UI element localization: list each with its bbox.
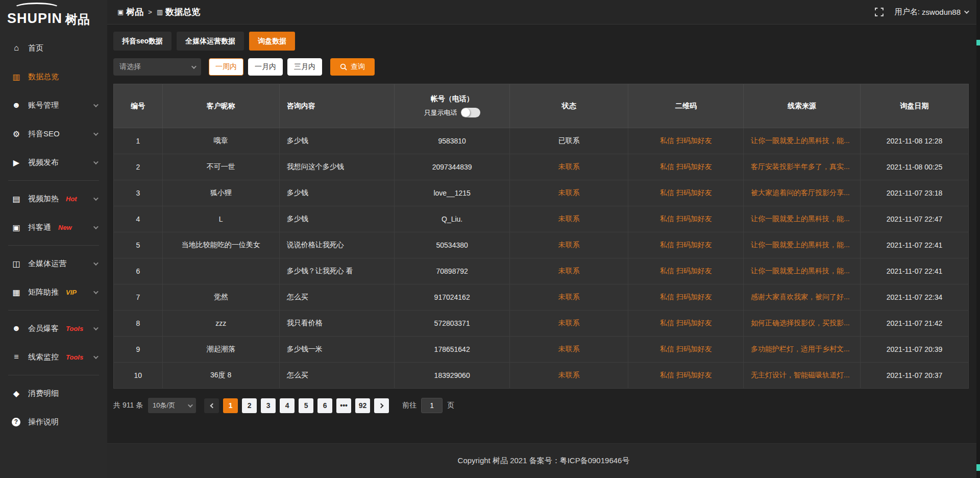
app-logo[interactable]: SHUPIN 树品 [0, 0, 107, 30]
cell-source-link[interactable]: 让你一眼就爱上的黑科技，能... [744, 206, 861, 232]
sidebar-item-label: 线索监控 [28, 352, 59, 362]
sidebar-item-label: 抖音SEO [28, 129, 60, 139]
cell-content: 多少钱 [279, 206, 395, 232]
cell-content: 怎么买 [279, 284, 395, 310]
goto-label: 前往 [402, 401, 416, 410]
col-header-qrcode: 二维码 [628, 84, 744, 128]
logo-arc-decoration [13, 3, 60, 14]
filter-select[interactable]: 请选择 [113, 58, 201, 76]
page-size-select[interactable]: 10条/页 [148, 398, 196, 413]
sidebar-item-douyin-seo[interactable]: ⚙抖音SEO [0, 119, 107, 148]
cell-source-link[interactable]: 多功能护栏灯，适用于乡村文... [744, 337, 861, 363]
page-button-1[interactable]: 1 [223, 398, 238, 413]
breadcrumb-item[interactable]: ▣树品 [117, 6, 143, 18]
page-ellipsis-button[interactable]: ••• [336, 398, 351, 413]
cell-qrcode-link[interactable]: 私信 扫码加好友 [628, 154, 744, 180]
breadcrumb-item[interactable]: ▥数据总览 [157, 6, 200, 18]
cell-source-link[interactable]: 被大家追着问的客厅投影分享... [744, 180, 861, 206]
cell-qrcode-link[interactable]: 私信 扫码加好友 [628, 180, 744, 206]
prev-page-button[interactable] [204, 398, 219, 413]
sidebar-item-help[interactable]: ?操作说明 [0, 408, 107, 436]
wallet-icon: ◆ [11, 389, 21, 398]
user-menu[interactable]: 用户名: zswodun88 [895, 7, 968, 17]
app-window: SHUPIN 树品 ⌂首页▥数据总览☻账号管理⚙抖音SEO▶视频发布▤视频加热H… [0, 0, 980, 478]
sidebar-item-omni-media[interactable]: ◫全媒体运营 [0, 249, 107, 278]
table-row: 1036度 8怎么买183929060未联系私信 扫码加好友无主灯设计，智能磁吸… [114, 363, 969, 389]
cell-id: 9 [114, 337, 163, 363]
page-button-3[interactable]: 3 [261, 398, 276, 413]
chevron-down-icon [964, 9, 969, 14]
tab-询盘数据[interactable]: 询盘数据 [249, 32, 295, 51]
table-row: 7觉然怎么买917024162未联系私信 扫码加好友感谢大家喜欢我家，被问了好.… [114, 284, 969, 310]
topbar-right: 用户名: zswodun88 [875, 7, 968, 17]
cell-source-link[interactable]: 无主灯设计，智能磁吸轨道灯... [744, 363, 861, 389]
scrollbar[interactable] [976, 0, 980, 478]
cell-qrcode-link[interactable]: 私信 扫码加好友 [628, 232, 744, 258]
sidebar-item-label: 账号管理 [28, 101, 59, 110]
sidebar-item-label: 全媒体运营 [28, 259, 66, 269]
cell-qrcode-link[interactable]: 私信 扫码加好友 [628, 337, 744, 363]
chevron-down-icon [93, 224, 99, 229]
range-button-一周内[interactable]: 一周内 [209, 58, 243, 76]
sidebar-item-data-overview[interactable]: ▥数据总览 [0, 62, 107, 91]
cell-nickname: 不可一世 [162, 154, 279, 180]
cell-qrcode-link[interactable]: 私信 扫码加好友 [628, 258, 744, 284]
cell-content: 我只看价格 [279, 310, 395, 337]
goto-page-input[interactable] [421, 398, 443, 413]
col-header-id: 编号 [114, 84, 163, 128]
breadcrumb: ▣树品>▥数据总览 [117, 6, 200, 18]
sidebar-item-account-manage[interactable]: ☻账号管理 [0, 91, 107, 119]
cell-date: 2021-11-07 22:41 [861, 258, 969, 284]
sidebar-item-label: 视频加热 [28, 194, 59, 204]
cell-account: 70898792 [395, 258, 510, 284]
pagination: 共 911 条 10条/页 123456•••92 前往 页 [113, 398, 969, 413]
col-header-nickname: 客户昵称 [162, 84, 279, 128]
cell-source-link[interactable]: 让你一眼就爱上的黑科技，能... [744, 258, 861, 284]
next-page-button[interactable] [374, 398, 389, 413]
cell-qrcode-link[interactable]: 私信 扫码加好友 [628, 363, 744, 389]
sidebar-item-video-heat[interactable]: ▤视频加热Hot [0, 184, 107, 213]
sidebar-item-video-publish[interactable]: ▶视频发布 [0, 148, 107, 177]
page-button-92[interactable]: 92 [355, 398, 370, 413]
cell-status: 未联系 [509, 258, 628, 284]
cell-source-link[interactable]: 让你一眼就爱上的黑科技，能... [744, 128, 861, 154]
cell-date: 2021-11-08 00:25 [861, 154, 969, 180]
phone-only-toggle[interactable] [461, 108, 480, 117]
cell-qrcode-link[interactable]: 私信 扫码加好友 [628, 128, 744, 154]
range-button-一月内[interactable]: 一月内 [248, 58, 283, 76]
fullscreen-icon[interactable] [875, 8, 884, 16]
toggle-knob [461, 108, 470, 117]
sidebar-item-member-baoke[interactable]: ☻会员爆客Tools [0, 314, 107, 343]
cell-source-link[interactable]: 让你一眼就爱上的黑科技，能... [744, 232, 861, 258]
cell-nickname [162, 258, 279, 284]
page-button-4[interactable]: 4 [280, 398, 295, 413]
sidebar-item-consumption-detail[interactable]: ◆消费明细 [0, 379, 107, 408]
window-icon: ▣ [117, 8, 124, 16]
cell-id: 6 [114, 258, 163, 284]
sidebar-divider [8, 180, 99, 181]
cell-nickname: 哦章 [162, 128, 279, 154]
cell-source-link[interactable]: 感谢大家喜欢我家，被问了好... [744, 284, 861, 310]
cell-source-link[interactable]: 如何正确选择投影仪，买投影... [744, 310, 861, 337]
sidebar-item-clue-monitor[interactable]: ≡线索监控Tools [0, 343, 107, 371]
cell-qrcode-link[interactable]: 私信 扫码加好友 [628, 206, 744, 232]
tab-全媒体运营数据[interactable]: 全媒体运营数据 [177, 32, 244, 51]
cell-status: 未联系 [509, 284, 628, 310]
cell-date: 2021-11-07 21:42 [861, 310, 969, 337]
sidebar-item-home[interactable]: ⌂首页 [0, 34, 107, 62]
page-button-2[interactable]: 2 [242, 398, 257, 413]
page-button-5[interactable]: 5 [299, 398, 313, 413]
chevron-left-icon [210, 403, 215, 408]
sidebar-item-matrix-boost[interactable]: ▦矩阵助推VIP [0, 278, 107, 306]
cell-source-link[interactable]: 客厅安装投影半年多了，真实... [744, 154, 861, 180]
cell-id: 2 [114, 154, 163, 180]
sidebar-item-doukertong[interactable]: ▣抖客通New [0, 213, 107, 242]
cell-qrcode-link[interactable]: 私信 扫码加好友 [628, 284, 744, 310]
chevron-down-icon [93, 196, 99, 201]
tab-抖音seo数据[interactable]: 抖音seo数据 [113, 32, 172, 51]
page-button-6[interactable]: 6 [317, 398, 332, 413]
search-button[interactable]: 查询 [330, 58, 375, 76]
range-button-三月内[interactable]: 三月内 [287, 58, 322, 76]
cell-qrcode-link[interactable]: 私信 扫码加好友 [628, 310, 744, 337]
grid-icon: ▦ [11, 288, 21, 297]
